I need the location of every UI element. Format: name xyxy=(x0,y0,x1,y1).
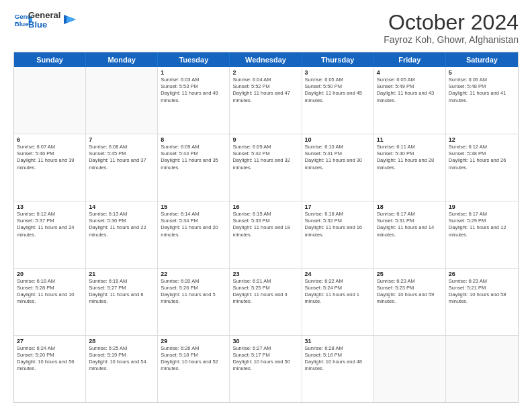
calendar-day-17: 17Sunrise: 6:16 AMSunset: 5:32 PMDayligh… xyxy=(302,201,374,268)
day-number: 1 xyxy=(161,69,226,76)
day-number: 16 xyxy=(232,203,298,210)
day-info: Sunrise: 6:15 AMSunset: 5:33 PMDaylight:… xyxy=(232,211,298,238)
title-block: October 2024 Fayroz Koh, Ghowr, Afghanis… xyxy=(384,11,519,45)
calendar-empty-cell xyxy=(446,336,518,402)
day-info: Sunrise: 6:08 AMSunset: 5:45 PMDaylight:… xyxy=(89,144,154,171)
day-info: Sunrise: 6:23 AMSunset: 5:23 PMDaylight:… xyxy=(377,278,443,306)
calendar-day-12: 12Sunrise: 6:12 AMSunset: 5:38 PMDayligh… xyxy=(446,134,518,201)
day-info: Sunrise: 6:09 AMSunset: 5:42 PMDaylight:… xyxy=(232,144,298,171)
day-number: 4 xyxy=(377,69,443,76)
calendar-day-24: 24Sunrise: 6:22 AMSunset: 5:24 PMDayligh… xyxy=(302,269,374,335)
day-info: Sunrise: 6:13 AMSunset: 5:36 PMDaylight:… xyxy=(89,211,154,238)
calendar-day-23: 23Sunrise: 6:21 AMSunset: 5:25 PMDayligh… xyxy=(230,269,302,335)
calendar-day-16: 16Sunrise: 6:15 AMSunset: 5:33 PMDayligh… xyxy=(230,201,302,268)
day-number: 31 xyxy=(305,338,371,345)
day-info: Sunrise: 6:17 AMSunset: 5:29 PMDaylight:… xyxy=(449,211,515,238)
calendar-day-7: 7Sunrise: 6:08 AMSunset: 5:45 PMDaylight… xyxy=(86,134,158,201)
header-day-monday: Monday xyxy=(86,52,158,67)
day-number: 5 xyxy=(449,69,515,76)
day-number: 9 xyxy=(232,136,298,143)
day-number: 13 xyxy=(17,203,83,210)
day-number: 2 xyxy=(232,69,298,76)
day-info: Sunrise: 6:04 AMSunset: 5:52 PMDaylight:… xyxy=(232,77,298,104)
svg-marker-5 xyxy=(66,16,76,23)
calendar-day-8: 8Sunrise: 6:09 AMSunset: 5:44 PMDaylight… xyxy=(158,134,230,201)
calendar-day-21: 21Sunrise: 6:19 AMSunset: 5:27 PMDayligh… xyxy=(86,269,158,335)
calendar-week-5: 27Sunrise: 6:24 AMSunset: 5:20 PMDayligh… xyxy=(14,336,518,402)
day-info: Sunrise: 6:26 AMSunset: 5:18 PMDaylight:… xyxy=(161,345,226,373)
calendar-header: SundayMondayTuesdayWednesdayThursdayFrid… xyxy=(14,52,518,67)
svg-text:Blue: Blue xyxy=(15,20,29,28)
header-day-thursday: Thursday xyxy=(302,52,374,67)
calendar-day-20: 20Sunrise: 6:18 AMSunset: 5:28 PMDayligh… xyxy=(14,269,86,335)
day-info: Sunrise: 6:28 AMSunset: 5:16 PMDaylight:… xyxy=(305,345,371,373)
calendar-day-1: 1Sunrise: 6:03 AMSunset: 5:53 PMDaylight… xyxy=(158,67,230,134)
logo: General Blue General Blue xyxy=(13,11,76,30)
calendar-week-3: 13Sunrise: 6:12 AMSunset: 5:37 PMDayligh… xyxy=(14,201,518,269)
page: General Blue General Blue October 2024 F… xyxy=(0,0,532,411)
calendar-day-18: 18Sunrise: 6:17 AMSunset: 5:31 PMDayligh… xyxy=(374,201,446,268)
day-info: Sunrise: 6:16 AMSunset: 5:32 PMDaylight:… xyxy=(305,211,371,238)
logo-blue: Blue xyxy=(28,20,60,30)
day-number: 30 xyxy=(232,338,298,345)
day-number: 20 xyxy=(17,271,83,277)
calendar-week-1: 1Sunrise: 6:03 AMSunset: 5:53 PMDaylight… xyxy=(14,67,518,134)
day-info: Sunrise: 6:10 AMSunset: 5:41 PMDaylight:… xyxy=(305,144,371,171)
day-info: Sunrise: 6:23 AMSunset: 5:21 PMDaylight:… xyxy=(449,278,515,306)
day-info: Sunrise: 6:22 AMSunset: 5:24 PMDaylight:… xyxy=(305,278,371,306)
calendar-day-2: 2Sunrise: 6:04 AMSunset: 5:52 PMDaylight… xyxy=(230,67,302,134)
calendar-day-4: 4Sunrise: 6:05 AMSunset: 5:49 PMDaylight… xyxy=(374,67,446,134)
header-day-sunday: Sunday xyxy=(14,52,86,67)
day-number: 23 xyxy=(232,271,298,277)
calendar-day-19: 19Sunrise: 6:17 AMSunset: 5:29 PMDayligh… xyxy=(446,201,518,268)
calendar-day-5: 5Sunrise: 6:06 AMSunset: 5:48 PMDaylight… xyxy=(446,67,518,134)
day-info: Sunrise: 6:14 AMSunset: 5:34 PMDaylight:… xyxy=(161,211,226,238)
calendar-day-3: 3Sunrise: 6:05 AMSunset: 5:50 PMDaylight… xyxy=(302,67,374,134)
day-info: Sunrise: 6:12 AMSunset: 5:37 PMDaylight:… xyxy=(17,211,83,238)
calendar-day-28: 28Sunrise: 6:25 AMSunset: 5:19 PMDayligh… xyxy=(86,336,158,402)
day-info: Sunrise: 6:11 AMSunset: 5:40 PMDaylight:… xyxy=(377,144,443,171)
day-number: 26 xyxy=(449,271,515,277)
day-number: 12 xyxy=(449,136,515,143)
day-info: Sunrise: 6:27 AMSunset: 5:17 PMDaylight:… xyxy=(232,345,298,373)
calendar-container: SundayMondayTuesdayWednesdayThursdayFrid… xyxy=(13,52,519,403)
day-info: Sunrise: 6:05 AMSunset: 5:49 PMDaylight:… xyxy=(377,77,443,104)
day-info: Sunrise: 6:09 AMSunset: 5:44 PMDaylight:… xyxy=(161,144,226,171)
day-number: 27 xyxy=(17,338,83,345)
logo-general: General xyxy=(28,11,60,20)
day-number: 19 xyxy=(449,203,515,210)
calendar-day-31: 31Sunrise: 6:28 AMSunset: 5:16 PMDayligh… xyxy=(302,336,374,402)
day-info: Sunrise: 6:18 AMSunset: 5:28 PMDaylight:… xyxy=(17,278,83,306)
calendar-day-22: 22Sunrise: 6:20 AMSunset: 5:26 PMDayligh… xyxy=(158,269,230,335)
calendar-day-29: 29Sunrise: 6:26 AMSunset: 5:18 PMDayligh… xyxy=(158,336,230,402)
calendar-day-27: 27Sunrise: 6:24 AMSunset: 5:20 PMDayligh… xyxy=(14,336,86,402)
month-title: October 2024 xyxy=(384,11,519,34)
day-number: 29 xyxy=(161,338,226,345)
day-number: 10 xyxy=(305,136,371,143)
calendar-day-26: 26Sunrise: 6:23 AMSunset: 5:21 PMDayligh… xyxy=(446,269,518,335)
day-number: 11 xyxy=(377,136,443,143)
calendar-day-15: 15Sunrise: 6:14 AMSunset: 5:34 PMDayligh… xyxy=(158,201,230,268)
day-info: Sunrise: 6:19 AMSunset: 5:27 PMDaylight:… xyxy=(89,278,154,306)
calendar-day-11: 11Sunrise: 6:11 AMSunset: 5:40 PMDayligh… xyxy=(374,134,446,201)
day-number: 3 xyxy=(305,69,371,76)
calendar-day-10: 10Sunrise: 6:10 AMSunset: 5:41 PMDayligh… xyxy=(302,134,374,201)
calendar-week-2: 6Sunrise: 6:07 AMSunset: 5:46 PMDaylight… xyxy=(14,134,518,201)
header: General Blue General Blue October 2024 F… xyxy=(13,11,519,45)
calendar-day-9: 9Sunrise: 6:09 AMSunset: 5:42 PMDaylight… xyxy=(230,134,302,201)
day-number: 6 xyxy=(17,136,83,143)
calendar-week-4: 20Sunrise: 6:18 AMSunset: 5:28 PMDayligh… xyxy=(14,269,518,336)
day-number: 17 xyxy=(305,203,371,210)
day-info: Sunrise: 6:17 AMSunset: 5:31 PMDaylight:… xyxy=(377,211,443,238)
day-number: 24 xyxy=(305,271,371,277)
calendar-empty-cell xyxy=(14,67,86,134)
day-info: Sunrise: 6:05 AMSunset: 5:50 PMDaylight:… xyxy=(305,77,371,104)
calendar-day-13: 13Sunrise: 6:12 AMSunset: 5:37 PMDayligh… xyxy=(14,201,86,268)
day-info: Sunrise: 6:06 AMSunset: 5:48 PMDaylight:… xyxy=(449,77,515,104)
day-number: 14 xyxy=(89,203,154,210)
calendar-day-6: 6Sunrise: 6:07 AMSunset: 5:46 PMDaylight… xyxy=(14,134,86,201)
day-info: Sunrise: 6:03 AMSunset: 5:53 PMDaylight:… xyxy=(161,77,226,104)
day-number: 18 xyxy=(377,203,443,210)
header-day-wednesday: Wednesday xyxy=(230,52,302,67)
day-info: Sunrise: 6:24 AMSunset: 5:20 PMDaylight:… xyxy=(17,345,83,373)
